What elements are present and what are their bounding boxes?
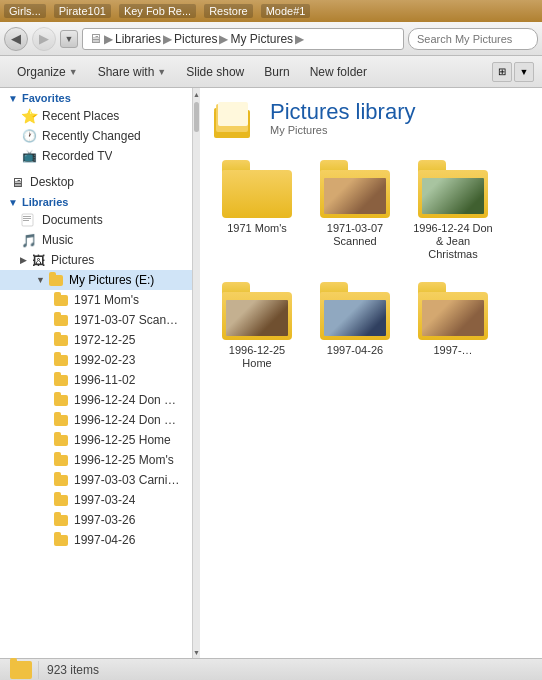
nav-panel: ▼ Favorites ⭐ Recent Places 🕐 Recently C… [0,88,192,658]
nav-folder-8[interactable]: 1996-12-25 Mom's [0,450,192,470]
grid-folder-1-icon [320,160,390,218]
share-dropdown-arrow: ▼ [157,67,166,77]
right-panel: Pictures library My Pictures 1971 Mom's [200,88,542,658]
recently-changed-icon: 🕐 [20,127,38,145]
nav-recently-changed[interactable]: 🕐 Recently Changed [0,126,192,146]
nav-pictures[interactable]: ▶ 🖼 Pictures [0,250,192,270]
scrollbar-track [193,100,200,646]
nav-my-pictures[interactable]: ▼ My Pictures (E:) [0,270,192,290]
status-folder-icon [8,661,39,679]
nav-folder-11[interactable]: 1997-03-26 [0,510,192,530]
nav-folder-10[interactable]: 1997-03-24 [0,490,192,510]
my-pictures-expand-arrow: ▼ [36,275,45,285]
address-path[interactable]: 🖥 ▶ Libraries ▶ Pictures ▶ My Pictures ▶ [82,28,404,50]
back-button[interactable]: ◀ [4,27,28,51]
subfolder-8-icon [52,451,70,469]
nav-folder-3[interactable]: 1992-02-23 [0,350,192,370]
grid-folder-0-label: 1971 Mom's [227,222,287,235]
nav-section-favorites[interactable]: ▼ Favorites [0,88,192,106]
search-input[interactable] [408,28,538,50]
view-dropdown-button[interactable]: ▼ [514,62,534,82]
path-libraries[interactable]: Libraries [115,32,161,46]
subfolder-3-icon [52,351,70,369]
path-pictures[interactable]: Pictures [174,32,217,46]
grid-folder-3-label: 1996-12-25 Home [216,344,298,370]
grid-folder-4-label: 1997-04-26 [327,344,383,357]
organize-button[interactable]: Organize ▼ [8,60,87,84]
subfolder-7-icon [52,431,70,449]
grid-folder-1[interactable]: 1971-03-07 Scanned [310,154,400,268]
nav-folder-5[interactable]: 1996-12-24 Don & Jean [0,390,192,410]
grid-folder-0[interactable]: 1971 Mom's [212,154,302,268]
address-bar: ◀ ▶ ▼ 🖥 ▶ Libraries ▶ Pictures ▶ My Pict… [0,22,542,56]
grid-folder-2[interactable]: 1996-12-24 Don & Jean Christmas [408,154,498,268]
grid-folder-2-label: 1996-12-24 Don & Jean Christmas [412,222,494,262]
burn-button[interactable]: Burn [255,60,298,84]
status-item-count: 923 items [47,663,99,677]
nav-music[interactable]: 🎵 Music [0,230,192,250]
grid-folder-5[interactable]: 1997-… [408,276,498,376]
recorded-tv-icon: 📺 [20,147,38,165]
nav-desktop[interactable]: 🖥 Desktop [0,172,192,192]
nav-folder-2[interactable]: 1972-12-25 [0,330,192,350]
nav-panel-wrapper: ▼ Favorites ⭐ Recent Places 🕐 Recently C… [0,88,200,658]
nav-folder-9[interactable]: 1997-03-03 Carnival Cruise [0,470,192,490]
grid-folder-3-icon [222,282,292,340]
nav-folder-7[interactable]: 1996-12-25 Home [0,430,192,450]
taskbar-top-item-4[interactable]: Restore [204,4,253,18]
taskbar-top-item-2[interactable]: Pirate101 [54,4,111,18]
new-folder-button[interactable]: New folder [301,60,376,84]
content-area: ▼ Favorites ⭐ Recent Places 🕐 Recently C… [0,88,542,658]
status-bar: 923 items [0,658,542,680]
status-folder-graphic [10,661,32,679]
nav-folder-12[interactable]: 1997-04-26 [0,530,192,550]
scrollbar-up-arrow[interactable]: ▲ [193,88,200,100]
up-button[interactable]: ▼ [60,30,78,48]
pictures-icon: 🖼 [29,251,47,269]
nav-scrollbar[interactable]: ▲ ▼ [192,88,200,658]
pictures-expand-arrow: ▶ [20,255,27,265]
library-title: Pictures library [270,100,415,124]
subfolder-11-icon [52,511,70,529]
forward-button[interactable]: ▶ [32,27,56,51]
libraries-label: Libraries [22,196,68,208]
library-subtitle: My Pictures [270,124,415,136]
subfolder-10-icon [52,491,70,509]
folder-grid: 1971 Mom's 1971-03-07 Scanned [212,154,530,376]
music-icon: 🎵 [20,231,38,249]
library-header: Pictures library My Pictures [212,100,530,142]
nav-recent-places[interactable]: ⭐ Recent Places [0,106,192,126]
svg-rect-2 [23,218,31,219]
grid-folder-1-label: 1971-03-07 Scanned [314,222,396,248]
nav-recorded-tv[interactable]: 📺 Recorded TV [0,146,192,166]
scrollbar-down-arrow[interactable]: ▼ [193,646,200,658]
nav-section-libraries[interactable]: ▼ Libraries [0,192,192,210]
nav-folder-6[interactable]: 1996-12-24 Don & Jean Christmas [0,410,192,430]
path-my-pictures[interactable]: My Pictures [230,32,293,46]
taskbar-top-item-5[interactable]: Mode#1 [261,4,311,18]
slide-show-button[interactable]: Slide show [177,60,253,84]
main-window: ◀ ▶ ▼ 🖥 ▶ Libraries ▶ Pictures ▶ My Pict… [0,22,542,680]
subfolder-0-icon [52,291,70,309]
taskbar-top-item-3[interactable]: Key Fob Re... [119,4,196,18]
subfolder-6-icon [52,411,70,429]
nav-folder-4[interactable]: 1996-11-02 [0,370,192,390]
libraries-arrow: ▼ [8,197,18,208]
library-title-block: Pictures library My Pictures [270,100,415,136]
scrollbar-thumb[interactable] [194,102,199,132]
nav-documents[interactable]: Documents [0,210,192,230]
svg-rect-3 [23,220,29,221]
nav-folder-1[interactable]: 1971-03-07 Scanned [0,310,192,330]
grid-folder-5-label: 1997-… [433,344,472,357]
view-toggle-button[interactable]: ⊞ [492,62,512,82]
taskbar-top-item-1[interactable]: Girls... [4,4,46,18]
grid-folder-5-icon [418,282,488,340]
favorites-arrow: ▼ [8,93,18,104]
organize-dropdown-arrow: ▼ [69,67,78,77]
grid-folder-4[interactable]: 1997-04-26 [310,276,400,376]
svg-rect-1 [23,216,31,217]
grid-folder-3[interactable]: 1996-12-25 Home [212,276,302,376]
nav-folder-0[interactable]: 1971 Mom's [0,290,192,310]
documents-icon [20,211,38,229]
share-with-button[interactable]: Share with ▼ [89,60,176,84]
